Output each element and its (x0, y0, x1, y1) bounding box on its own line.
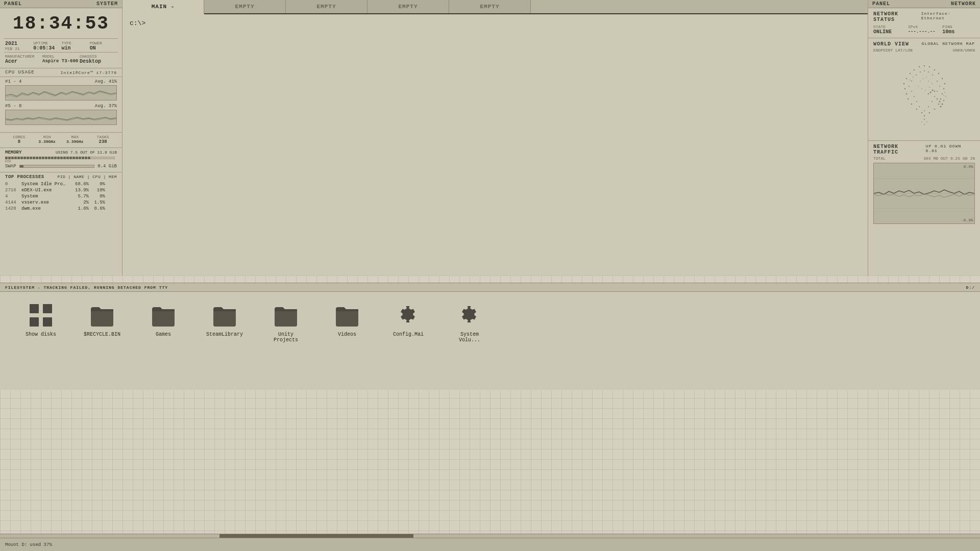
terminal-content[interactable]: c:\> (122, 14, 868, 276)
terminal-tabs: MAIN - EMPTY EMPTY EMPTY EMPTY (122, 0, 868, 14)
tab-empty-3[interactable]: EMPTY (368, 0, 449, 13)
traffic-scale-bottom: -0.05 (961, 218, 973, 222)
file-system-volume[interactable]: System Volu... (449, 302, 490, 343)
svg-point-56 (925, 90, 926, 91)
right-panel: PANEL NETWORK NETWORK STATUS Interface: … (868, 0, 980, 276)
svg-point-41 (924, 110, 925, 111)
svg-point-22 (928, 112, 929, 113)
file-icons-row: Show disks $RECYCLE.BIN (0, 292, 980, 353)
processes-header: TOP PROCESSES PID | NAME | CPU | MEM (5, 174, 117, 180)
svg-point-55 (921, 88, 922, 89)
games-label: Games (156, 332, 171, 337)
recycle-label: $RECYCLE.BIN (84, 332, 120, 337)
manufacturer-row: MANUFACTURER Acer MODEL Aspire T3-600 CH… (0, 53, 122, 66)
show-disks-label: Show disks (26, 332, 56, 337)
svg-point-43 (941, 104, 943, 105)
svg-point-25 (928, 71, 929, 72)
power-info: POWER ON (90, 41, 117, 51)
svg-point-10 (905, 78, 906, 79)
system-volume-label: System Volu... (449, 332, 490, 343)
svg-point-4 (918, 66, 919, 67)
state-info: STATE ONLINE (873, 24, 906, 35)
cpu-group1-label: #1 - 4 Avg. 41% (5, 79, 117, 84)
svg-point-6 (909, 73, 910, 74)
folder-games-icon (150, 302, 177, 329)
svg-point-66 (944, 92, 945, 93)
svg-point-58 (932, 83, 933, 84)
svg-point-19 (916, 109, 917, 110)
file-config[interactable]: Config.Mai (388, 302, 429, 337)
system-info-row: 2021 FEB 21 UPTIME 0:05:34 TYPE win POWE… (0, 39, 122, 52)
svg-point-11 (903, 83, 904, 84)
max-stat: MAX 3.39GHz (61, 135, 89, 144)
ipv4-info: IPv4 ---.---.-- (908, 24, 941, 35)
tab-empty-1[interactable]: EMPTY (204, 0, 286, 13)
filesystem-drive: D:/ (966, 285, 975, 290)
svg-point-45 (943, 100, 944, 101)
left-panel-label: PANEL (4, 1, 22, 7)
svg-point-2 (934, 69, 935, 70)
folder-videos[interactable]: Videos (327, 302, 368, 337)
tab-empty-4[interactable]: EMPTY (449, 0, 531, 13)
show-disks-item[interactable]: Show disks (20, 302, 61, 337)
uptime-info: UPTIME 0:05:34 (33, 41, 60, 51)
svg-point-24 (924, 70, 925, 71)
svg-point-39 (919, 106, 920, 107)
mount-info: Mount D: used 37% (5, 542, 52, 547)
svg-point-51 (923, 78, 924, 79)
world-view-section: WORLD VIEW GLOBAL NETWORK MAP ENDPOINT L… (868, 38, 980, 141)
scrollbar-thumb[interactable] (219, 534, 413, 538)
svg-point-1 (928, 66, 929, 67)
swap-bar-fill (20, 165, 23, 167)
folder-recycle[interactable]: $RECYCLE.BIN (82, 302, 122, 337)
network-state-row: STATE ONLINE IPv4 ---.---.-- PING 10ms (873, 24, 975, 35)
svg-rect-72 (30, 304, 39, 313)
right-panel-label: PANEL (872, 1, 890, 7)
right-panel-header: PANEL NETWORK (868, 0, 980, 8)
process-row: 4144 vsserv.exe 2% 1.5% (5, 199, 117, 206)
svg-point-20 (934, 109, 935, 110)
cpu-charts: #1 - 4 Avg. 41% #5 - 8 Avg. 37% (0, 77, 122, 130)
traffic-title: NETWORK TRAFFIC UP 0.01 DOWN 0.01 (873, 144, 975, 155)
status-bar: Mount D: used 37% (0, 538, 980, 551)
svg-point-18 (938, 104, 939, 105)
memory-dots (5, 157, 117, 162)
videos-label: Videos (338, 332, 356, 337)
traffic-chart: 0.05 -0.05 (873, 163, 975, 224)
folder-steam[interactable]: SteamLibrary (204, 302, 245, 337)
type-info: TYPE win (62, 41, 89, 51)
folder-unity[interactable]: Unity Projects (265, 302, 306, 343)
memory-header: MEMORY USING 7.5 OUT OF 11.9 GiB (5, 150, 117, 155)
svg-point-49 (927, 93, 928, 94)
left-panel: PANEL SYSTEM 18:34:53 2021 FEB 21 UPTIME… (0, 0, 122, 276)
filesystem-bar: FILESYSTEM - TRACKING FAILED, RUNNING DE… (0, 283, 980, 292)
network-traffic-section: NETWORK TRAFFIC UP 0.01 DOWN 0.01 TOTAL … (868, 141, 980, 227)
svg-point-38 (932, 101, 933, 102)
network-label: NETWORK (951, 1, 976, 7)
svg-point-28 (916, 74, 917, 76)
svg-point-63 (924, 124, 925, 125)
svg-point-36 (934, 96, 935, 97)
cores-stat: CORES 8 (5, 135, 33, 144)
svg-point-68 (943, 95, 944, 96)
svg-point-37 (916, 101, 917, 102)
world-view-title: WORLD VIEW GLOBAL NETWORK MAP (873, 41, 975, 47)
svg-point-62 (921, 121, 922, 122)
svg-point-47 (929, 92, 931, 93)
svg-point-33 (911, 91, 912, 92)
svg-point-23 (923, 115, 924, 116)
svg-point-48 (932, 90, 933, 91)
tab-empty-2[interactable]: EMPTY (286, 0, 368, 13)
svg-point-8 (944, 83, 945, 84)
processes-section: TOP PROCESSES PID | NAME | CPU | MEM 0 S… (0, 172, 122, 214)
folder-games[interactable]: Games (143, 302, 184, 337)
svg-rect-75 (43, 317, 52, 327)
tab-main[interactable]: MAIN - (122, 0, 204, 14)
svg-point-57 (929, 87, 930, 88)
year-info: 2021 FEB 21 (5, 41, 32, 51)
core-stats: CORES 8 MIN 3.39GHz MAX 3.39GHz TASKS 23… (0, 132, 122, 146)
svg-point-15 (907, 98, 908, 99)
svg-point-3 (938, 73, 939, 74)
svg-rect-74 (30, 317, 39, 327)
clock-display: 18:34:53 (0, 8, 122, 38)
